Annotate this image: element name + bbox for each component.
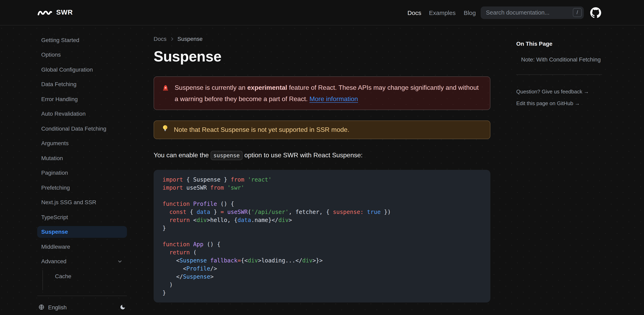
sidebar-item-typescript[interactable]: TypeScript bbox=[37, 211, 127, 223]
sidebar-item-getting-started[interactable]: Getting Started bbox=[37, 34, 127, 46]
sidebar-nav: Getting StartedOptionsGlobal Configurati… bbox=[37, 34, 127, 267]
edit-on-github-link[interactable]: Edit this page on GitHub → bbox=[516, 100, 608, 106]
app-window: SWR Docs Examples Blog / Getting Start bbox=[0, 0, 644, 315]
code-line: return <div>hello, {data.name}</div> bbox=[162, 216, 482, 224]
chevron-right-icon bbox=[170, 36, 175, 42]
chevron-down-icon bbox=[117, 258, 123, 264]
page-title: Suspense bbox=[154, 48, 490, 66]
code-line: import { Suspense } from 'react' bbox=[162, 176, 482, 184]
language-label: English bbox=[48, 304, 67, 310]
sidebar-item-label: Error Handling bbox=[41, 96, 78, 102]
note-text: Note that React Suspense is not yet supp… bbox=[174, 124, 349, 136]
nav-link-examples[interactable]: Examples bbox=[429, 9, 456, 16]
toc-panel: On This Page Note: With Conditional Fetc… bbox=[516, 26, 608, 106]
sidebar-item-label: Middleware bbox=[41, 243, 70, 250]
paragraph-text-after: option to use SWR with React Suspense: bbox=[242, 152, 363, 158]
nav-link-docs[interactable]: Docs bbox=[408, 9, 421, 16]
language-selector[interactable]: English bbox=[38, 304, 67, 310]
github-icon bbox=[590, 7, 601, 18]
theme-toggle[interactable] bbox=[120, 304, 126, 310]
toc-heading: On This Page bbox=[516, 40, 608, 47]
sidebar-item-label: Auto Revalidation bbox=[41, 110, 86, 117]
sidebar-item-global-configuration[interactable]: Global Configuration bbox=[37, 64, 127, 75]
inline-code-suspense: suspense bbox=[210, 151, 242, 160]
sidebar-item-label: Mutation bbox=[41, 155, 63, 161]
toc-item-conditional-fetching[interactable]: Note: With Conditional Fetching bbox=[516, 56, 608, 63]
nav-link-blog[interactable]: Blog bbox=[464, 9, 476, 16]
code-line: ) bbox=[162, 281, 482, 289]
paragraph-text-before: You can enable the bbox=[154, 152, 210, 158]
sidebar-footer: English bbox=[37, 301, 127, 313]
logo-text: SWR bbox=[56, 8, 73, 16]
sidebar-item-error-handling[interactable]: Error Handling bbox=[37, 93, 127, 105]
moon-icon bbox=[120, 304, 126, 310]
code-line: } bbox=[162, 289, 482, 297]
page-body: Getting StartedOptionsGlobal Configurati… bbox=[0, 26, 644, 315]
sidebar-item-cache[interactable]: Cache bbox=[51, 270, 127, 282]
sidebar-item-label: Next.js SSG and SSR bbox=[41, 199, 96, 206]
sidebar-item-label: Advanced bbox=[41, 258, 66, 264]
code-line: <Profile/> bbox=[162, 264, 482, 272]
more-information-link[interactable]: More information bbox=[310, 94, 358, 104]
code-line: return ( bbox=[162, 248, 482, 256]
sidebar-item-label: Global Configuration bbox=[41, 66, 93, 72]
code-line: import useSWR from 'swr' bbox=[162, 184, 482, 192]
code-line: function App () { bbox=[162, 240, 482, 248]
swr-wave-icon bbox=[38, 10, 52, 15]
sidebar-item-options[interactable]: Options bbox=[37, 49, 127, 60]
code-block[interactable]: import { Suspense } from 'react'import u… bbox=[154, 170, 490, 302]
sidebar-item-conditional-data-fetching[interactable]: Conditional Data Fetching bbox=[37, 122, 127, 134]
sidebar-item-auto-revalidation[interactable]: Auto Revalidation bbox=[37, 108, 127, 120]
sidebar-divider bbox=[37, 296, 127, 296]
code-line: </Suspense> bbox=[162, 272, 482, 281]
sidebar-item-label: Data Fetching bbox=[41, 81, 76, 87]
sidebar-item-suspense[interactable]: Suspense bbox=[37, 226, 127, 238]
code-line: } bbox=[162, 224, 482, 232]
code-line: <Suspense fallback={<div>loading...</div… bbox=[162, 256, 482, 264]
sidebar-item-data-fetching[interactable]: Data Fetching bbox=[37, 78, 127, 90]
globe-icon bbox=[38, 304, 44, 310]
sidebar-item-nextjs-ssg-and-ssr[interactable]: Next.js SSG and SSR bbox=[37, 196, 127, 208]
lightbulb-icon bbox=[162, 124, 168, 136]
sidebar-item-label: TypeScript bbox=[41, 214, 68, 220]
warning-callout: Suspense is currently an experimental fe… bbox=[154, 76, 490, 110]
intro-paragraph: You can enable the suspense option to us… bbox=[154, 152, 490, 159]
breadcrumb-current: Suspense bbox=[178, 36, 203, 42]
sidebar-item-prefetching[interactable]: Prefetching bbox=[37, 182, 127, 193]
sidebar-item-label: Prefetching bbox=[41, 184, 70, 191]
warning-text-bold: experimental bbox=[247, 84, 287, 91]
sidebar-item-label: Arguments bbox=[41, 140, 68, 146]
warning-text-before: Suspense is currently an bbox=[175, 84, 247, 91]
sidebar-item-mutation[interactable]: Mutation bbox=[37, 152, 127, 164]
toc-divider bbox=[516, 74, 602, 75]
sidebar-item-label: Conditional Data Fetching bbox=[41, 125, 106, 132]
note-callout: Note that React Suspense is not yet supp… bbox=[154, 120, 490, 139]
sidebar-item-advanced[interactable]: Advanced bbox=[37, 255, 127, 267]
siren-light-icon bbox=[162, 82, 170, 104]
code-line: const { data } = useSWR('/api/user', fet… bbox=[162, 208, 482, 216]
code-line: function Profile () { bbox=[162, 200, 482, 208]
slash-shortcut-kbd: / bbox=[573, 8, 582, 17]
main-content: Docs Suspense Suspense bbox=[154, 26, 490, 302]
sidebar-item-label: Pagination bbox=[41, 170, 68, 176]
sidebar-item-label: Getting Started bbox=[41, 36, 79, 43]
sidebar-item-arguments[interactable]: Arguments bbox=[37, 137, 127, 149]
code-line bbox=[162, 192, 482, 200]
sidebar: Getting StartedOptionsGlobal Configurati… bbox=[37, 26, 127, 313]
sidebar-item-label: Cache bbox=[55, 273, 71, 279]
sidebar-item-label: Options bbox=[41, 51, 61, 58]
sidebar-item-pagination[interactable]: Pagination bbox=[37, 167, 127, 178]
swr-logo[interactable]: SWR bbox=[38, 8, 73, 16]
sidebar-subtree: Cache bbox=[42, 270, 127, 290]
sidebar-item-middleware[interactable]: Middleware bbox=[37, 240, 127, 252]
code-line bbox=[162, 232, 482, 240]
github-link[interactable] bbox=[590, 7, 601, 18]
breadcrumb-docs[interactable]: Docs bbox=[154, 36, 166, 42]
warning-text: Suspense is currently an experimental fe… bbox=[175, 82, 482, 104]
search-box[interactable]: / bbox=[481, 6, 584, 19]
feedback-link[interactable]: Question? Give us feedback → bbox=[516, 88, 608, 94]
search-input[interactable] bbox=[486, 9, 573, 16]
sidebar-item-label: Suspense bbox=[41, 228, 68, 235]
breadcrumb: Docs Suspense bbox=[154, 26, 490, 42]
top-navbar: SWR Docs Examples Blog / bbox=[0, 0, 644, 26]
